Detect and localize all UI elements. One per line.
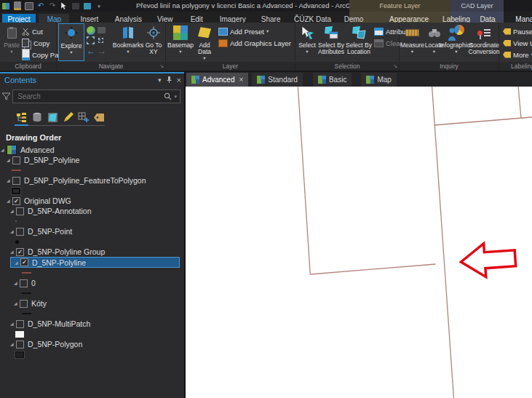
tree-item[interactable]: ◢D_5NP_Polyline	[0, 155, 184, 165]
symbol-swatch[interactable]	[12, 170, 21, 171]
map-tab-map[interactable]: Map	[361, 73, 396, 87]
select-tool-icon[interactable]	[60, 2, 68, 10]
go-to-xy-button[interactable]: Go To XY	[143, 23, 164, 61]
symbol-swatch[interactable]	[15, 331, 24, 338]
tree-item[interactable]: ◢Advanced	[0, 145, 184, 155]
layer-checkbox[interactable]	[16, 341, 24, 349]
redo-icon[interactable]: ↷	[48, 2, 57, 10]
map-canvas[interactable]	[186, 87, 532, 398]
select-button[interactable]: Select ▾	[297, 23, 317, 61]
zoom-to-selection-icon[interactable]	[98, 27, 106, 33]
add-graphics-layer-button[interactable]: Add Graphics Layer	[218, 37, 291, 49]
undo-icon[interactable]: ↶	[36, 2, 45, 10]
fixed-zoom-out-icon[interactable]	[97, 36, 105, 44]
bookmarks-button[interactable]: Bookmarks ▾	[113, 23, 143, 61]
expand-icon[interactable]: ◢	[10, 209, 15, 213]
layer-checkbox[interactable]	[20, 300, 28, 308]
infographics-button[interactable]: Infographics ▾	[444, 23, 469, 61]
tab-list-by-selection[interactable]	[47, 111, 57, 123]
map-tool-icon[interactable]	[83, 2, 92, 10]
explore-button[interactable]: Explore ▾	[58, 23, 84, 61]
open-project-icon[interactable]	[13, 2, 22, 10]
expand-icon[interactable]: ◢	[14, 301, 18, 306]
tab-list-by-data-source[interactable]	[31, 111, 42, 123]
full-extent-icon[interactable]	[87, 26, 95, 35]
save-project-icon[interactable]	[25, 2, 33, 10]
expand-icon[interactable]: ◢	[7, 178, 11, 183]
tree-item[interactable]: ◢D_5NP-MultiPatch	[0, 319, 184, 329]
tree-item[interactable]: ◢D_5NP_Polyline_FeatureToPolygon	[0, 175, 184, 186]
view-unplaced-button[interactable]: View Unplaced	[503, 37, 532, 49]
fixed-zoom-in-icon[interactable]	[87, 36, 95, 44]
expand-icon[interactable]: ◢	[10, 250, 15, 254]
layer-checkbox[interactable]	[12, 156, 20, 164]
new-project-icon[interactable]	[1, 2, 10, 10]
tab-list-by-snapping[interactable]	[78, 111, 90, 123]
tree-item[interactable]: ◢D_5NP-Polygon	[0, 339, 184, 349]
coordinate-pin-icon	[477, 31, 483, 36]
panel-pin-icon[interactable]	[167, 76, 172, 84]
search-input[interactable]	[16, 92, 164, 101]
layer-checkbox[interactable]: ✓	[20, 258, 28, 266]
layer-label: D_5NP-Polyline Group	[28, 247, 105, 256]
tree-item[interactable]: ◢✓D_5NP-Polyline Group	[0, 247, 184, 257]
pause-labeling-button[interactable]: Pause	[503, 25, 532, 37]
paste-button[interactable]: Paste ▾	[1, 23, 22, 61]
symbol-swatch[interactable]	[22, 313, 31, 314]
basemap-button[interactable]: Basemap ▾	[167, 23, 194, 61]
filter-icon[interactable]	[2, 92, 10, 100]
layer-checkbox[interactable]	[12, 177, 20, 185]
navigate-dialog-launcher-icon[interactable]: ↘	[159, 62, 164, 71]
clear-selection-icon[interactable]	[71, 2, 80, 10]
select-by-location-button[interactable]: Select By Location	[345, 23, 373, 61]
expand-icon[interactable]: ◢	[1, 148, 5, 152]
qat-customize-caret-icon[interactable]: ▾	[95, 2, 103, 10]
expand-icon[interactable]: ◢	[7, 199, 11, 203]
add-preset-button[interactable]: Add Preset ▾	[218, 25, 291, 37]
expand-icon[interactable]: ◢	[7, 158, 11, 162]
map-tab-standard[interactable]: Standard	[252, 73, 303, 87]
layer-checkbox[interactable]: ✓	[16, 248, 24, 256]
next-extent-icon[interactable]: →	[98, 47, 106, 55]
selection-dialog-launcher-icon[interactable]: ↘	[393, 62, 397, 71]
expand-icon[interactable]: ◢	[10, 229, 15, 234]
map-tab-basic[interactable]: Basic	[313, 73, 352, 87]
panel-close-icon[interactable]: ×	[177, 76, 181, 84]
panel-menu-caret-icon[interactable]: ▾	[158, 77, 162, 84]
tab-list-by-editing[interactable]	[63, 111, 74, 123]
layer-checkbox[interactable]: ✓	[12, 197, 20, 205]
tree-item[interactable]: ◢D_5NP-Point	[0, 226, 184, 236]
expand-icon[interactable]: ◢	[10, 322, 15, 326]
symbol-swatch[interactable]	[22, 292, 31, 294]
symbol-swatch[interactable]	[15, 240, 19, 244]
tab-list-by-labeling[interactable]	[94, 111, 105, 123]
layer-checkbox[interactable]	[16, 228, 24, 236]
expand-icon[interactable]: ◢	[10, 342, 15, 346]
attributes-icon	[374, 28, 384, 36]
tree-item[interactable]: ◢Kóty	[0, 298, 184, 309]
symbol-swatch[interactable]	[15, 220, 17, 222]
symbol-swatch[interactable]	[15, 351, 24, 358]
expand-icon[interactable]: ◢	[14, 281, 18, 285]
add-data-button[interactable]: Add Data ▾	[194, 23, 215, 61]
layer-checkbox[interactable]	[16, 207, 24, 215]
symbol-swatch[interactable]	[22, 272, 31, 274]
tree-item[interactable]: ◢D_5NP-Annotation	[0, 206, 184, 216]
more-labeling-button[interactable]: More ▾	[503, 49, 532, 60]
map-tab-advanced[interactable]: Advanced ×	[186, 73, 248, 87]
search-options-caret-icon[interactable]: ▾	[174, 94, 177, 100]
tab-list-by-drawing-order[interactable]	[16, 111, 27, 123]
tree-item[interactable]: ◢✓Original DWG	[0, 196, 184, 206]
coordinate-conversion-button[interactable]: Coordinate Conversion	[469, 23, 499, 61]
tree-item[interactable]: ◢0	[0, 278, 184, 288]
symbol-swatch[interactable]	[12, 188, 20, 194]
previous-extent-icon[interactable]: ←	[87, 47, 95, 55]
measure-button[interactable]: Measure ▾	[400, 23, 424, 61]
layer-checkbox[interactable]	[20, 279, 28, 287]
close-tab-icon[interactable]: ×	[239, 76, 243, 84]
select-by-attributes-button[interactable]: Select By Attributes	[317, 23, 345, 61]
search-icon[interactable]	[164, 92, 172, 100]
layer-checkbox[interactable]	[16, 320, 24, 328]
expand-icon[interactable]: ◢	[15, 260, 19, 265]
tree-item[interactable]: ◢✓D_5NP-Polyline	[10, 257, 180, 268]
